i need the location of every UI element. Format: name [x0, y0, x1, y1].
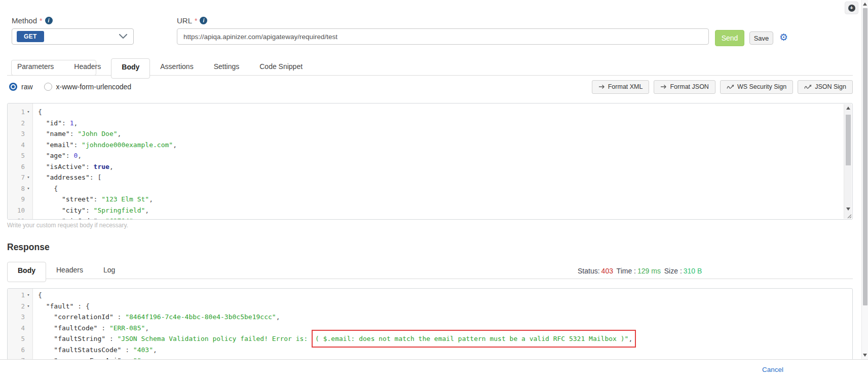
line-number: 5: [21, 150, 25, 161]
raw-radio-label: raw: [21, 83, 33, 91]
scrollbar-thumb[interactable]: [863, 8, 867, 305]
code-line: 5 "faultString" : "JSON Schema Validatio…: [8, 333, 852, 344]
line-number: 9: [21, 194, 25, 205]
tab-assertions[interactable]: Assertions: [150, 58, 203, 75]
code-line: 1▾{: [8, 107, 852, 118]
send-button[interactable]: Send: [715, 30, 744, 46]
resize-grip-icon[interactable]: [846, 213, 852, 219]
line-number: 11: [17, 216, 25, 220]
arrow-right-icon: [660, 84, 667, 89]
line-number: 3: [21, 312, 25, 323]
line-number: 1: [21, 107, 25, 118]
line-number: 5: [21, 333, 25, 344]
tab-parameters[interactable]: Parameters: [7, 58, 64, 75]
code-line: 4 "email": "johndoe000example.com",: [8, 140, 852, 151]
line-number: 1: [21, 290, 25, 301]
info-icon[interactable]: i: [45, 17, 53, 24]
signature-icon: [727, 84, 734, 90]
response-title: Response: [7, 242, 853, 253]
line-number: 10: [17, 205, 25, 216]
size-label: Size :: [664, 267, 682, 275]
required-marker: *: [195, 17, 197, 25]
json-sign-button[interactable]: JSON Sign: [798, 80, 853, 94]
time-label: Time :: [617, 267, 636, 275]
request-bar: Method * i GET URL * i Send Save ⚙: [12, 16, 853, 46]
method-label: Method: [12, 16, 37, 25]
scroll-down-icon[interactable]: [846, 208, 850, 211]
method-select[interactable]: GET: [12, 28, 134, 45]
line-number: 3: [21, 128, 25, 140]
dialog-content: Method * i GET URL * i Send Save ⚙: [7, 0, 853, 366]
signature-icon: [804, 84, 812, 90]
fold-arrow-icon[interactable]: ▾: [25, 172, 32, 183]
fold-arrow-icon[interactable]: ▾: [25, 301, 32, 312]
url-input[interactable]: [177, 28, 709, 45]
info-icon[interactable]: i: [200, 17, 207, 24]
code-line: 1▾{: [8, 290, 852, 301]
fold-arrow-icon[interactable]: ▾: [25, 290, 32, 301]
radio-selected-icon: [9, 83, 17, 91]
raw-radio[interactable]: raw: [9, 83, 33, 91]
fold-arrow-icon[interactable]: ▾: [25, 107, 32, 118]
code-line: 8▾ {: [8, 183, 852, 194]
size-value: 310 B: [684, 267, 702, 275]
response-tab-log[interactable]: Log: [93, 262, 125, 279]
code-line: 9 "street": "123 Elm St",: [8, 194, 852, 205]
line-number: 4: [21, 323, 25, 334]
error-highlight-box: ( $.email: does not match the email patt…: [312, 330, 636, 348]
scroll-up-icon[interactable]: [846, 107, 850, 110]
code-line: 6 "isActive": true,: [8, 161, 852, 173]
scroll-down-icon[interactable]: [863, 354, 867, 357]
tab-settings[interactable]: Settings: [204, 58, 250, 75]
url-label: URL: [177, 16, 192, 25]
code-line: 3 "name": "John Doe",: [8, 128, 852, 140]
code-line: 10 "city": "Springfield",: [8, 205, 852, 216]
editor-scrollbar[interactable]: [844, 104, 852, 219]
time-value: 129 ms: [637, 267, 661, 275]
line-number: 2: [21, 118, 25, 129]
tab-headers[interactable]: Headers: [64, 58, 111, 75]
request-tabstrip: Parameters Headers Body Assertions Setti…: [7, 55, 853, 79]
arrow-right-icon: [598, 84, 605, 89]
method-badge: GET: [17, 31, 44, 42]
urlencoded-radio-label: x-www-form-urlencoded: [56, 83, 132, 91]
code-line: 11 "zipCode": "62704",: [8, 216, 852, 220]
body-mode-row: raw x-www-form-urlencoded Format XML For…: [7, 80, 853, 94]
save-button[interactable]: Save: [749, 31, 773, 45]
response-body-editor[interactable]: 1▾{2▾ "fault" : {3 "correlationId" : "84…: [7, 288, 853, 366]
request-test-dialog: + Method * i GET URL * i: [0, 0, 868, 379]
tab-code-snippet[interactable]: Code Snippet: [249, 58, 313, 75]
required-marker: *: [40, 17, 42, 25]
tab-body[interactable]: Body: [111, 58, 150, 79]
line-number: 6: [21, 161, 25, 173]
page-scrollbar[interactable]: [861, 0, 868, 359]
response-tabstrip: Body Headers Log Status:403 Time :129 ms…: [7, 259, 853, 282]
cancel-button[interactable]: Cancel: [762, 366, 783, 373]
fold-arrow-icon[interactable]: ▾: [25, 183, 32, 194]
code-line: 5 "age": 0,: [8, 150, 852, 161]
code-line: 3 "correlationId" : "8464f196-7c4e-4bbc-…: [8, 312, 852, 323]
code-line: 2 "id": 1,: [8, 118, 852, 129]
urlencoded-radio[interactable]: x-www-form-urlencoded: [44, 83, 132, 91]
radio-unselected-icon: [44, 83, 52, 91]
line-number: 2: [21, 301, 25, 312]
line-number: 6: [21, 344, 25, 356]
status-value: 403: [601, 267, 613, 275]
format-json-button[interactable]: Format JSON: [654, 80, 715, 94]
request-body-editor[interactable]: 1▾{2 "id": 1,3 "name": "John Doe",4 "ema…: [7, 103, 853, 220]
line-number: 7: [21, 172, 25, 183]
response-status-line: Status:403 Time :129 ms Size :310 B: [578, 267, 703, 275]
ws-security-sign-button[interactable]: WS Security Sign: [720, 80, 793, 94]
format-xml-button[interactable]: Format XML: [592, 80, 650, 94]
line-number: 8: [21, 183, 25, 194]
line-number: 4: [21, 140, 25, 151]
scroll-up-icon[interactable]: [863, 3, 867, 6]
status-label: Status:: [578, 267, 600, 275]
chevron-down-icon: [119, 34, 127, 39]
response-tab-headers[interactable]: Headers: [46, 262, 93, 279]
scrollbar-thumb[interactable]: [846, 115, 851, 165]
gear-icon[interactable]: ⚙: [779, 30, 788, 44]
code-line: 2▾ "fault" : {: [8, 301, 852, 312]
response-tab-body[interactable]: Body: [7, 262, 46, 282]
code-line: 7▾ "addresses": [: [8, 172, 852, 183]
